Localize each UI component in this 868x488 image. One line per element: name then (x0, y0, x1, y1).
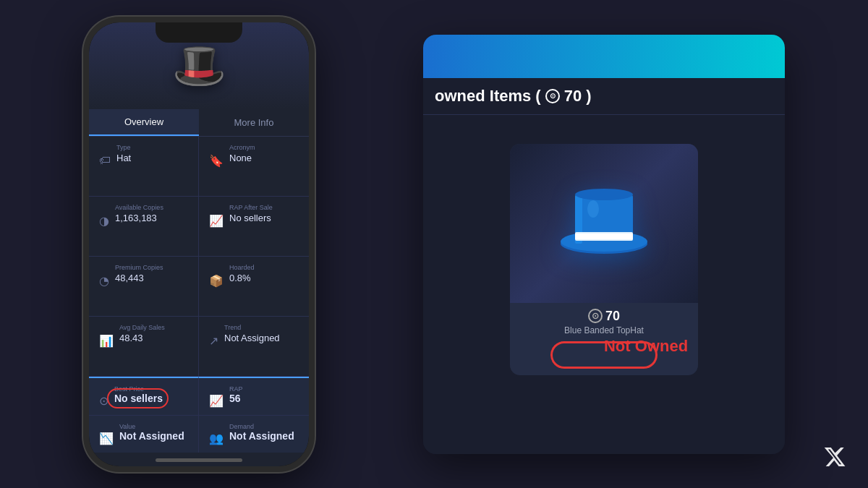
info-cell-type: 🏷 Type Hat (89, 137, 199, 197)
not-owned-wrapper: Not Owned (550, 343, 658, 367)
rap-value: 56 (229, 393, 243, 404)
avg-sales-label: Avg Daily Sales (119, 324, 165, 331)
rap-icon: 📈 (209, 394, 224, 408)
rap-label: RAP (229, 385, 243, 393)
tab-overview[interactable]: Overview (89, 109, 199, 136)
acronym-content: Acronym None (229, 144, 255, 163)
type-icon: 🏷 (99, 154, 111, 167)
rap-after-value: No sellers (229, 213, 273, 223)
blue-hat (553, 180, 655, 267)
stats-row-1: ⊙ Best Price No sellers 📈 RAP 56 (89, 377, 309, 415)
avail-copies-content: Available Copies 1,163,183 (115, 204, 163, 223)
info-cell-rap-after: 📈 RAP After Sale No sellers (199, 197, 309, 257)
item-price-value: 70 (605, 309, 620, 324)
phone-notch (156, 22, 242, 43)
item-price: ⊙ 70 (588, 303, 620, 325)
type-content: Type Hat (116, 144, 131, 163)
type-label: Type (116, 144, 131, 151)
item-robux-icon: ⊙ (588, 309, 603, 323)
info-grid: 🏷 Type Hat 🔖 Acronym None ◑ (89, 137, 309, 377)
info-cell-hoarded: 📦 Hoarded 0.8% (199, 257, 309, 317)
best-price-value: No sellers (114, 393, 163, 404)
avail-copies-icon: ◑ (99, 214, 109, 228)
game-panel-header (423, 35, 785, 78)
hoarded-icon: 📦 (209, 274, 224, 288)
item-card-bg (510, 144, 698, 303)
hat-svg (553, 180, 655, 267)
prem-copies-icon: ◔ (99, 274, 109, 288)
not-owned-badge: Not Owned (604, 337, 688, 355)
stat-card-value: 📉 Value Not Assigned (89, 415, 199, 453)
value-icon: 📉 (99, 432, 114, 445)
info-cell-trend: ↗ Trend Not Assigned (199, 317, 309, 377)
avail-copies-label: Available Copies (115, 204, 163, 211)
rap-after-icon: 📈 (209, 214, 224, 228)
svg-point-6 (575, 189, 633, 200)
tab-more-info[interactable]: More Info (199, 109, 309, 136)
trend-icon: ↗ (209, 334, 218, 348)
owned-items-text: owned Items ( (435, 87, 541, 106)
svg-rect-5 (575, 234, 633, 239)
info-cell-avail-copies: ◑ Available Copies 1,163,183 (89, 197, 199, 257)
trend-label: Trend (224, 324, 280, 331)
info-cell-avg-sales: 📊 Avg Daily Sales 48.43 (89, 317, 199, 377)
avail-copies-value: 1,163,183 (115, 213, 163, 223)
rap-content: RAP 56 (229, 385, 243, 404)
avg-sales-content: Avg Daily Sales 48.43 (119, 324, 165, 343)
home-bar (156, 458, 242, 462)
phone-screen: 🎩 Overview More Info 🏷 Type Hat (89, 22, 309, 466)
prem-copies-value: 48,443 (115, 273, 163, 283)
owned-items-close-paren: ) (586, 87, 591, 106)
stat-card-rap: 📈 RAP 56 (199, 377, 309, 415)
phone: 🎩 Overview More Info 🏷 Type Hat (83, 17, 315, 472)
item-name: Blue Banded TopHat (564, 325, 644, 338)
demand-icon: 👥 (209, 432, 224, 445)
owned-items-amount: 70 (564, 87, 582, 106)
value-value: Not Assigned (119, 430, 184, 442)
robux-icon: ⊙ (545, 89, 560, 103)
avg-sales-icon: 📊 (99, 334, 114, 348)
type-value: Hat (116, 153, 131, 163)
acronym-value: None (229, 153, 255, 163)
game-panel: owned Items ( ⊙ 70 ) (423, 35, 785, 454)
best-price-icon: ⊙ (99, 394, 109, 408)
stats-row-2: 📉 Value Not Assigned 👥 Demand Not Assign… (89, 415, 309, 453)
no-sellers-highlighted: No sellers (114, 393, 163, 404)
rap-after-label: RAP After Sale (229, 204, 273, 211)
acronym-label: Acronym (229, 144, 255, 151)
acronym-icon: 🔖 (209, 154, 224, 168)
hoarded-label: Hoarded (229, 264, 255, 271)
best-price-content: Best Price No sellers (114, 385, 163, 404)
demand-content: Demand Not Assigned (229, 423, 294, 442)
item-card: ⊙ 70 Blue Banded TopHat Not Owned (510, 144, 698, 375)
info-cell-prem-copies: ◔ Premium Copies 48,443 (89, 257, 199, 317)
trend-content: Trend Not Assigned (224, 324, 280, 343)
demand-value: Not Assigned (229, 430, 294, 442)
stat-card-best-price: ⊙ Best Price No sellers (89, 377, 199, 415)
rap-after-content: RAP After Sale No sellers (229, 204, 273, 223)
value-label: Value (119, 423, 184, 430)
value-content: Value Not Assigned (119, 423, 184, 442)
twitter-bird-icon (823, 445, 846, 474)
trend-value: Not Assigned (224, 333, 280, 343)
not-owned-container: Not Owned (550, 343, 658, 367)
owned-items-title: owned Items ( ⊙ 70 ) (423, 78, 785, 115)
prem-copies-content: Premium Copies 48,443 (115, 264, 163, 283)
tab-bar: Overview More Info (89, 109, 309, 137)
game-panel-body: ⊙ 70 Blue Banded TopHat Not Owned (423, 115, 785, 454)
svg-point-7 (587, 200, 599, 218)
hoarded-content: Hoarded 0.8% (229, 264, 255, 283)
prem-copies-label: Premium Copies (115, 264, 163, 271)
stat-card-demand: 👥 Demand Not Assigned (199, 415, 309, 453)
demand-label: Demand (229, 423, 294, 430)
hoarded-value: 0.8% (229, 273, 255, 283)
hat-image: 🎩 (172, 40, 226, 91)
info-cell-acronym: 🔖 Acronym None (199, 137, 309, 197)
avg-sales-value: 48.43 (119, 333, 165, 343)
best-price-label: Best Price (114, 385, 163, 393)
scene: 🎩 Overview More Info 🏷 Type Hat (0, 0, 868, 488)
